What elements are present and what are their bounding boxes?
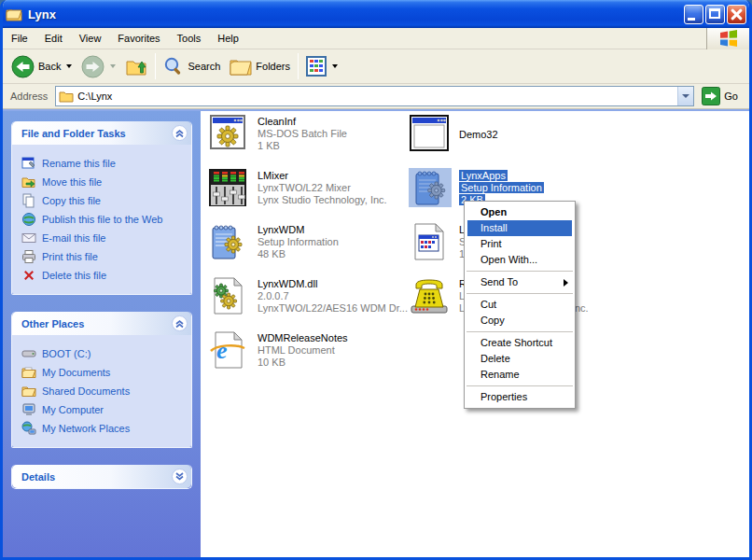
folder-icon xyxy=(59,90,74,103)
back-dropdown-icon[interactable] xyxy=(66,64,72,68)
views-button[interactable] xyxy=(301,54,342,78)
search-button[interactable]: Search xyxy=(159,54,225,78)
menu-print[interactable]: Print xyxy=(465,236,575,252)
file-size: 48 KB xyxy=(258,248,285,259)
title-bar[interactable]: Lynx xyxy=(0,0,752,28)
task-email-this-file[interactable]: E-mail this file xyxy=(21,229,188,247)
task-rename-this-file[interactable]: Rename this file xyxy=(21,154,188,173)
search-icon xyxy=(163,56,184,77)
menu-open[interactable]: Open xyxy=(465,204,575,220)
toolbar: Back Search Folders xyxy=(3,49,749,84)
menu-send-to[interactable]: Send To xyxy=(465,274,575,290)
views-dropdown-icon[interactable] xyxy=(332,64,338,68)
task-move-this-file[interactable]: Move this file xyxy=(21,173,188,191)
address-dropdown-button[interactable] xyxy=(677,87,693,105)
menu-bar: File Edit View Favorites Tools Help xyxy=(3,28,749,49)
task-label: Print this file xyxy=(42,251,98,262)
address-label: Address xyxy=(7,91,55,102)
rename-icon xyxy=(21,156,36,171)
panel-title: File and Folder Tasks xyxy=(21,128,172,139)
menu-view[interactable]: View xyxy=(71,33,110,44)
file-name: WDMReleaseNotes xyxy=(258,332,348,343)
my-computer-icon xyxy=(21,402,36,417)
menu-delete[interactable]: Delete xyxy=(465,351,575,367)
menu-cut[interactable]: Cut xyxy=(465,297,575,313)
back-button[interactable]: Back xyxy=(7,53,77,80)
close-button[interactable] xyxy=(727,5,746,24)
details-header[interactable]: Details xyxy=(12,465,191,488)
menu-edit[interactable]: Edit xyxy=(36,33,71,44)
file-lynxwdm-dll[interactable]: LynxWDM.dll 2.0.0.7 LynxTWO/L22/AES16 WD… xyxy=(207,276,408,315)
task-delete-this-file[interactable]: Delete this file xyxy=(21,266,188,285)
menu-separator xyxy=(467,293,573,294)
folders-icon xyxy=(230,57,252,76)
collapse-panel-button[interactable] xyxy=(172,315,188,331)
submenu-arrow-icon xyxy=(564,279,568,287)
place-my-documents[interactable]: My Documents xyxy=(21,363,188,382)
place-label: My Computer xyxy=(42,404,104,415)
context-menu: Open Install Print Open With... Send To … xyxy=(464,201,576,409)
file-cleaninf[interactable]: CleanInf MS-DOS Batch File 1 KB xyxy=(207,114,347,153)
file-version: 2.0.0.7 xyxy=(258,290,289,301)
address-input[interactable]: C:\Lynx xyxy=(55,86,694,106)
file-type: HTML Document xyxy=(258,344,335,356)
folders-button[interactable]: Folders xyxy=(225,55,295,77)
task-copy-this-file[interactable]: Copy this file xyxy=(21,191,188,210)
menu-favorites[interactable]: Favorites xyxy=(109,33,168,44)
minimize-button[interactable] xyxy=(684,5,703,24)
settings-file-icon xyxy=(409,222,452,261)
file-name: CleanInf xyxy=(258,116,296,127)
file-settings-hidden[interactable]: L S 1 xyxy=(409,222,466,261)
file-type: MS-DOS Batch File xyxy=(258,128,347,139)
menu-create-shortcut[interactable]: Create Shortcut xyxy=(465,335,575,351)
up-button[interactable] xyxy=(120,53,152,79)
task-print-this-file[interactable]: Print this file xyxy=(21,247,188,266)
file-demo32[interactable]: Demo32 xyxy=(409,114,498,153)
menu-separator xyxy=(467,385,573,386)
delete-icon xyxy=(21,268,36,283)
chevron-up-icon xyxy=(172,315,188,331)
menu-install[interactable]: Install xyxy=(467,220,572,236)
application-window-icon xyxy=(409,114,452,153)
file-folder-tasks-header[interactable]: File and Folder Tasks xyxy=(12,121,191,145)
file-type: Setup Information xyxy=(459,182,544,193)
place-my-computer[interactable]: My Computer xyxy=(21,400,188,419)
window-title: Lynx xyxy=(28,7,56,21)
other-places-header[interactable]: Other Places xyxy=(12,312,191,335)
place-shared-documents[interactable]: Shared Documents xyxy=(21,382,188,400)
menu-rename[interactable]: Rename xyxy=(465,367,575,383)
maximize-icon xyxy=(709,8,720,19)
file-lmixer[interactable]: LMixer LynxTWO/L22 Mixer Lynx Studio Tec… xyxy=(207,168,387,207)
svg-text:e: e xyxy=(216,337,228,364)
print-icon xyxy=(21,249,36,264)
menu-properties[interactable]: Properties xyxy=(465,389,575,405)
toolbar-separator xyxy=(298,53,299,79)
back-label: Back xyxy=(38,61,61,72)
windows-logo xyxy=(706,28,749,49)
menu-file[interactable]: File xyxy=(3,33,36,44)
file-name: Demo32 xyxy=(459,129,498,140)
expand-panel-button[interactable] xyxy=(172,469,188,484)
file-wdmreleasenotes[interactable]: e WDMReleaseNotes HTML Document 10 KB xyxy=(207,330,348,370)
task-publish-this-file[interactable]: Publish this file to the Web xyxy=(21,210,188,229)
shared-documents-icon xyxy=(21,384,36,399)
batch-file-icon xyxy=(207,114,250,153)
menu-tools[interactable]: Tools xyxy=(169,33,210,44)
my-documents-icon xyxy=(21,365,36,380)
maximize-button[interactable] xyxy=(705,5,725,24)
go-button[interactable]: Go xyxy=(694,87,745,105)
place-my-network-places[interactable]: My Network Places xyxy=(21,419,188,438)
file-lynxwdm[interactable]: LynxWDM Setup Information 48 KB xyxy=(207,222,339,261)
menu-copy[interactable]: Copy xyxy=(465,313,575,329)
forward-dropdown-icon xyxy=(110,64,116,68)
place-boot-c[interactable]: BOOT (C:) xyxy=(21,344,188,363)
file-folder-tasks-panel: File and Folder Tasks Rename this file M… xyxy=(11,121,192,295)
menu-help[interactable]: Help xyxy=(209,33,247,44)
address-path: C:\Lynx xyxy=(77,91,112,102)
collapse-panel-button[interactable] xyxy=(172,125,188,141)
email-icon xyxy=(21,231,36,245)
forward-button[interactable] xyxy=(77,53,120,80)
place-label: BOOT (C:) xyxy=(42,348,91,359)
menu-open-with[interactable]: Open With... xyxy=(465,252,575,268)
setup-information-icon xyxy=(207,222,250,261)
